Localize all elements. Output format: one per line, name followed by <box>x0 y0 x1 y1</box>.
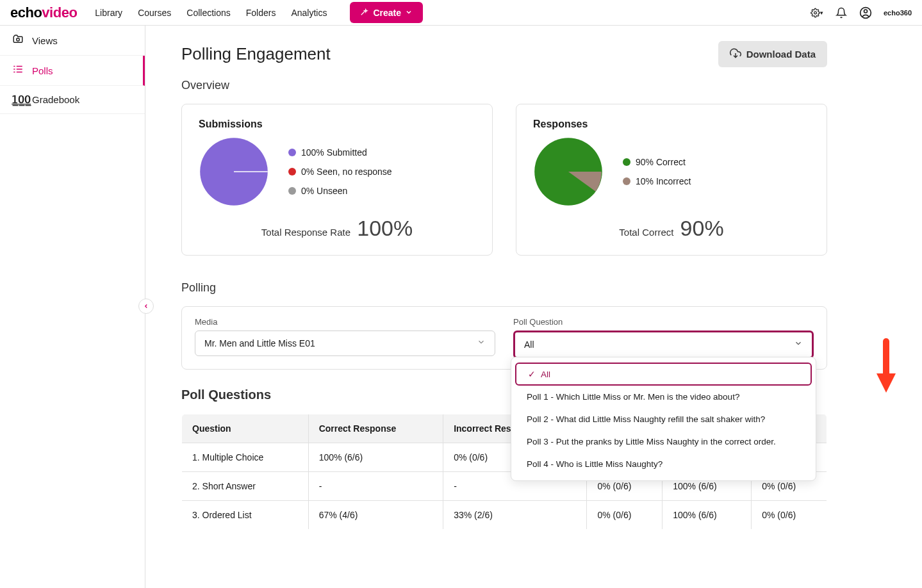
nav-analytics[interactable]: Analytics <box>291 8 327 18</box>
dropdown-option-2[interactable]: Poll 2 - What did Little Miss Naughty re… <box>511 408 816 430</box>
media-value: Mr. Men and Little Miss E01 <box>204 338 315 348</box>
filter-box: Media Mr. Men and Little Miss E01 Poll Q… <box>181 306 827 370</box>
submissions-card: Submissions 100% Submitted 0% Seen, no r… <box>181 104 493 256</box>
overview-heading: Overview <box>181 79 827 92</box>
legend-correct: 90% Correct <box>623 157 691 167</box>
nav-courses[interactable]: Courses <box>138 8 171 18</box>
legend-unseen: 0% Unseen <box>288 186 392 196</box>
sidebar-item-gradebook[interactable]: 1̲0̲0̲ Gradebook <box>0 86 145 114</box>
dropdown-option-1[interactable]: Poll 1 - Which Little Miss or Mr. Men is… <box>511 386 816 408</box>
echo360-label: echo360 <box>884 9 912 17</box>
svg-point-3 <box>17 38 20 42</box>
svg-point-2 <box>864 10 867 13</box>
page-title: Polling Engagement <box>181 44 331 64</box>
sidebar: Views Polls 1̲0̲0̲ Gradebook <box>0 26 145 588</box>
submissions-pie <box>199 136 269 207</box>
dropdown-option-4[interactable]: Poll 4 - Who is Little Miss Naughty? <box>511 453 816 475</box>
annotation-arrow <box>873 338 899 398</box>
cloud-download-icon <box>730 47 741 61</box>
polls-icon <box>12 63 24 78</box>
svg-point-0 <box>814 12 817 14</box>
svg-marker-14 <box>877 373 896 393</box>
poll-value: All <box>524 339 534 350</box>
sidebar-item-polls[interactable]: Polls <box>0 56 145 86</box>
sidebar-item-label: Polls <box>32 65 53 76</box>
polling-heading: Polling <box>181 281 827 295</box>
sidebar-item-label: Gradebook <box>32 94 79 105</box>
nav-collections[interactable]: Collections <box>186 8 230 18</box>
sidebar-item-views[interactable]: Views <box>0 26 145 56</box>
responses-card: Responses 90% Correct 10% Incorrect <box>516 104 827 256</box>
legend-seen: 0% Seen, no response <box>288 167 392 177</box>
submissions-total: Total Response Rate 100% <box>199 216 475 241</box>
gradebook-icon: 1̲0̲0̲ <box>12 94 24 106</box>
poll-question-label: Poll Question <box>513 317 814 327</box>
poll-question-dropdown: ✓ All Poll 1 - Which Little Miss or Mr. … <box>511 357 816 481</box>
brand-logo[interactable]: echovideo <box>10 4 77 21</box>
chevron-down-icon <box>405 8 413 18</box>
responses-pie <box>533 136 604 207</box>
download-data-button[interactable]: Download Data <box>718 41 827 67</box>
dropdown-option-3[interactable]: Poll 3 - Put the pranks by Little Miss N… <box>511 430 816 453</box>
submissions-title: Submissions <box>199 118 475 130</box>
check-icon: ✓ <box>528 369 536 379</box>
create-label: Create <box>373 8 401 18</box>
responses-total: Total Correct 90% <box>533 216 810 241</box>
logo-part1: echo <box>10 4 42 20</box>
logo-part2: video <box>42 4 77 20</box>
dropdown-option-all[interactable]: ✓ All <box>515 363 812 386</box>
col-question: Question <box>182 414 309 443</box>
views-icon <box>12 33 24 47</box>
download-label: Download Data <box>746 49 816 60</box>
sidebar-item-label: Views <box>32 35 58 46</box>
chevron-down-icon <box>794 339 803 350</box>
sidebar-collapse-button[interactable] <box>138 298 154 314</box>
media-label: Media <box>195 317 495 327</box>
responses-title: Responses <box>533 118 810 130</box>
media-select[interactable]: Mr. Men and Little Miss E01 <box>195 331 495 356</box>
top-nav: Library Courses Collections Folders Anal… <box>95 2 423 23</box>
main-content: Polling Engagement Download Data Overvie… <box>145 26 922 588</box>
legend-submitted: 100% Submitted <box>288 147 392 158</box>
poll-question-select[interactable]: All <box>513 331 814 359</box>
top-header: echovideo Library Courses Collections Fo… <box>0 0 922 26</box>
nav-library[interactable]: Library <box>95 8 122 18</box>
create-button[interactable]: Create <box>350 2 423 23</box>
table-row: 3. Ordered List 67% (4/6) 33% (2/6) 0% (… <box>182 501 827 530</box>
magic-wand-icon <box>360 7 369 18</box>
legend-incorrect: 10% Incorrect <box>623 176 691 186</box>
col-correct: Correct Response <box>308 414 443 443</box>
chevron-down-icon <box>477 338 486 349</box>
gear-icon[interactable]: ▾ <box>811 6 823 19</box>
bell-icon[interactable] <box>835 6 848 19</box>
nav-folders[interactable]: Folders <box>246 8 276 18</box>
header-right: ▾ echo360 <box>811 6 912 19</box>
user-icon[interactable] <box>859 6 872 19</box>
